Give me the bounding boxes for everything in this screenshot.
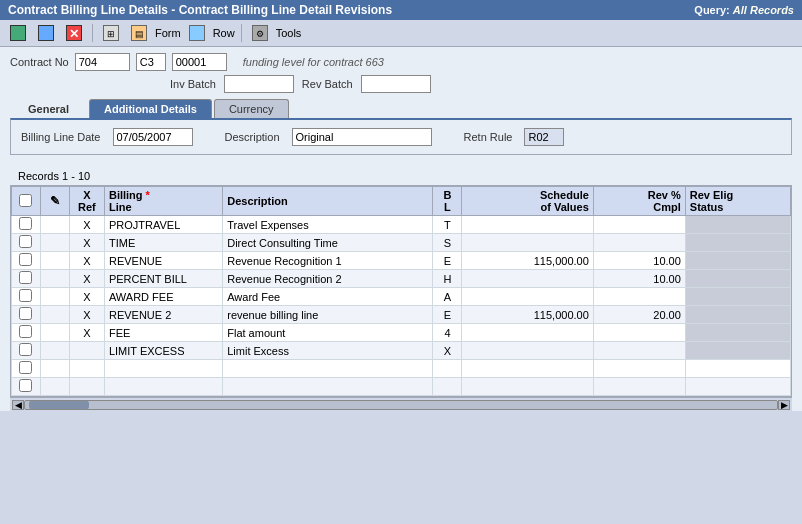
row-schedule: 115,000.00: [462, 306, 593, 324]
col-schedule-header: Scheduleof Values: [462, 187, 593, 216]
billing-line-date-input[interactable]: [113, 128, 193, 146]
row-xref: X: [69, 234, 104, 252]
row-status: [685, 216, 790, 234]
row-checkbox[interactable]: [19, 289, 32, 302]
tools-label: Tools: [276, 27, 302, 39]
row-revpct: [593, 342, 685, 360]
row-checkbox[interactable]: [19, 343, 32, 356]
col-icon: ✎: [40, 187, 69, 216]
contract-id-input[interactable]: [172, 53, 227, 71]
save-button[interactable]: [6, 23, 30, 43]
table-row: XPERCENT BILLRevenue Recognition 2H10.00: [12, 270, 791, 288]
toolbar: ✕ ⊞ ▤ Form Row ⚙ Tools: [0, 20, 802, 47]
col-checkbox: [12, 187, 41, 216]
row-xref: X: [69, 306, 104, 324]
contract-no-label: Contract No: [10, 56, 69, 68]
c3-input[interactable]: [136, 53, 166, 71]
row-icon-cell: [40, 252, 69, 270]
main-content: Contract No funding level for contract 6…: [0, 47, 802, 167]
row-xref: X: [69, 252, 104, 270]
row-bl: H: [433, 270, 462, 288]
row-checkbox[interactable]: [19, 379, 32, 392]
table-container: ✎ XRef Billing *Line Description BL Sche…: [10, 185, 792, 397]
row-checkbox[interactable]: [19, 217, 32, 230]
retn-rule-label: Retn Rule: [464, 131, 513, 143]
inv-batch-input[interactable]: [224, 75, 294, 93]
description-input[interactable]: [292, 128, 432, 146]
row-description: revenue billing line: [223, 306, 433, 324]
row-schedule: [462, 288, 593, 306]
row-status: [685, 324, 790, 342]
row-checkbox[interactable]: [19, 361, 32, 374]
contract-no-input[interactable]: [75, 53, 130, 71]
row-schedule: 115,000.00: [462, 252, 593, 270]
scroll-left-button[interactable]: ◀: [12, 400, 24, 410]
row-revpct: 10.00: [593, 270, 685, 288]
scrollbar-area: ◀ ▶: [10, 397, 792, 411]
row-bl: E: [433, 252, 462, 270]
row-bl: A: [433, 288, 462, 306]
row-billing: PERCENT BILL: [104, 270, 222, 288]
row-schedule: [462, 216, 593, 234]
separator-1: [92, 24, 93, 42]
row-description: Direct Consulting Time: [223, 234, 433, 252]
row-bl: X: [433, 342, 462, 360]
row-status: [685, 270, 790, 288]
row-checkbox[interactable]: [19, 325, 32, 338]
table-section: Records 1 - 10 ✎ XRef Billing *Line Desc…: [0, 167, 802, 411]
row-schedule: [462, 360, 593, 378]
form-button[interactable]: ▤: [127, 23, 151, 43]
tools-button[interactable]: ⚙: [248, 23, 272, 43]
data-table: ✎ XRef Billing *Line Description BL Sche…: [11, 186, 791, 396]
header-fields: Contract No funding level for contract 6…: [10, 53, 792, 71]
additional-details-tab[interactable]: Additional Details: [89, 99, 212, 118]
inv-batch-row: Inv Batch Rev Batch: [10, 75, 792, 93]
row-bl: [433, 378, 462, 396]
row-status: [685, 288, 790, 306]
row-checkbox[interactable]: [19, 271, 32, 284]
scroll-thumb[interactable]: [29, 401, 89, 409]
col-bl-header: BL: [433, 187, 462, 216]
table-row: XPROJTRAVELTravel ExpensesT: [12, 216, 791, 234]
billing-line-date-label: Billing Line Date: [21, 131, 101, 143]
row-description: [223, 360, 433, 378]
row-icon-cell: [40, 288, 69, 306]
retn-rule-input[interactable]: [524, 128, 564, 146]
row-checkbox[interactable]: [19, 235, 32, 248]
table-row: XFEEFlat amount4: [12, 324, 791, 342]
row-xref: X: [69, 270, 104, 288]
row-xref: [69, 360, 104, 378]
row-revpct: [593, 324, 685, 342]
delete-button[interactable]: ✕: [62, 23, 86, 43]
col-billing-header: Billing *Line: [104, 187, 222, 216]
currency-tab[interactable]: Currency: [214, 99, 289, 118]
rev-batch-input[interactable]: [361, 75, 431, 93]
row-schedule: [462, 324, 593, 342]
select-all-checkbox[interactable]: [19, 194, 32, 207]
row-icon-cell: [40, 324, 69, 342]
col-revpct-header: Rev %Cmpl: [593, 187, 685, 216]
separator-2: [241, 24, 242, 42]
col-status-header: Rev EligStatus: [685, 187, 790, 216]
row-bl: E: [433, 306, 462, 324]
row-checkbox[interactable]: [19, 307, 32, 320]
row-revpct: [593, 234, 685, 252]
table-row: XREVENUERevenue Recognition 1E115,000.00…: [12, 252, 791, 270]
funding-note: funding level for contract 663: [243, 56, 384, 68]
row-status: [685, 378, 790, 396]
description-label: Description: [225, 131, 280, 143]
row-status: [685, 306, 790, 324]
inv-batch-label: Inv Batch: [170, 78, 216, 90]
scroll-right-button[interactable]: ▶: [778, 400, 790, 410]
window-title: Contract Billing Line Details - Contract…: [8, 3, 392, 17]
copy-button[interactable]: [34, 23, 58, 43]
grid-button[interactable]: ⊞: [99, 23, 123, 43]
row-billing: AWARD FEE: [104, 288, 222, 306]
row-checkbox[interactable]: [19, 253, 32, 266]
table-row: [12, 378, 791, 396]
row-revpct: [593, 216, 685, 234]
scroll-track[interactable]: [24, 400, 778, 410]
row-xref: X: [69, 288, 104, 306]
row-label: Row: [213, 27, 235, 39]
row-button[interactable]: [185, 23, 209, 43]
